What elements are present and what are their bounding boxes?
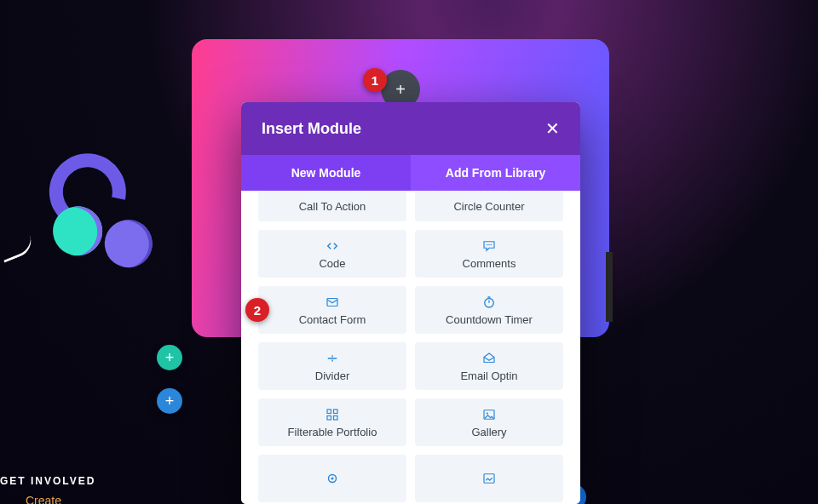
module-countdown-timer[interactable]: Countdown Timer xyxy=(415,286,563,334)
card-scrollbar[interactable] xyxy=(606,252,613,322)
module-comments[interactable]: Comments xyxy=(415,230,563,278)
tab-add-from-library[interactable]: Add From Library xyxy=(411,155,580,191)
module-label: Contact Form xyxy=(299,313,366,326)
add-section-button[interactable]: + xyxy=(157,345,182,370)
module-code[interactable]: Code xyxy=(258,230,406,278)
headphones-illustration xyxy=(18,136,164,297)
module-label: Code xyxy=(319,257,345,270)
module-list: Call To ActionCircle CounterCodeComments… xyxy=(241,191,580,504)
annotation-badge-1: 1 xyxy=(363,68,387,92)
module-item-11[interactable] xyxy=(415,455,563,502)
module-contact-form[interactable]: Contact Form xyxy=(258,286,406,334)
footer-heading: GET INVOLVED xyxy=(0,475,95,487)
module-divider[interactable]: Divider xyxy=(258,342,406,390)
plus-icon: + xyxy=(165,392,175,410)
module-label: Filterable Portfolio xyxy=(288,426,377,438)
headphones-ear-right xyxy=(101,217,155,271)
modal-tabs: New Module Add From Library xyxy=(241,155,580,191)
dot-icon xyxy=(325,471,340,486)
insert-module-modal: Insert Module ✕ New Module Add From Libr… xyxy=(241,102,580,504)
module-circle-counter[interactable]: Circle Counter xyxy=(415,191,563,221)
module-label: Divider xyxy=(315,369,349,382)
modal-header: Insert Module ✕ xyxy=(241,102,580,155)
module-label: Countdown Timer xyxy=(446,313,533,326)
module-label: Email Optin xyxy=(460,369,517,382)
plus-icon: + xyxy=(395,80,406,100)
module-label: Comments xyxy=(463,257,516,270)
module-email-optin[interactable]: Email Optin xyxy=(415,342,563,390)
mail-icon xyxy=(325,295,340,310)
footer-link-create[interactable]: Create xyxy=(26,494,61,504)
grid-icon xyxy=(325,407,340,422)
mailopen-icon xyxy=(481,351,497,366)
imagebox-icon xyxy=(481,471,497,486)
module-gallery[interactable]: Gallery xyxy=(415,398,563,446)
module-label: Gallery xyxy=(471,426,506,438)
timer-icon xyxy=(481,295,497,310)
module-filterable-portfolio[interactable]: Filterable Portfolio xyxy=(258,398,406,446)
code-icon xyxy=(325,238,340,254)
module-label: Circle Counter xyxy=(453,200,524,213)
comment-icon xyxy=(481,238,497,254)
modal-title: Insert Module xyxy=(262,120,361,138)
image-icon xyxy=(481,407,497,422)
divider-icon xyxy=(325,351,340,366)
add-row-button[interactable]: + xyxy=(157,388,182,414)
modal-close-button[interactable]: ✕ xyxy=(545,118,560,139)
tab-new-module[interactable]: New Module xyxy=(241,155,411,191)
module-item-10[interactable] xyxy=(258,455,406,502)
module-call-to-action[interactable]: Call To Action xyxy=(258,191,406,221)
module-label: Call To Action xyxy=(299,200,366,213)
annotation-badge-2: 2 xyxy=(245,298,269,322)
plus-icon: + xyxy=(165,349,175,367)
